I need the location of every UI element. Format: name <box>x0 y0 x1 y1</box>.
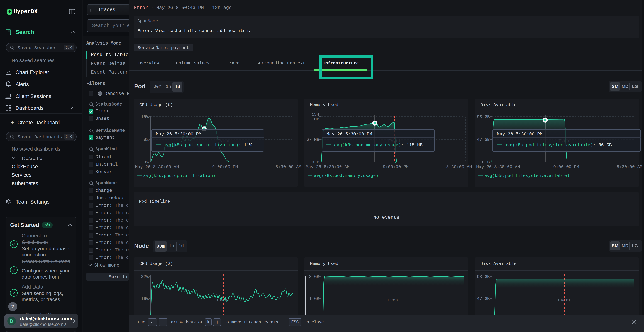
svg-text:9:00:00 PM: 9:00:00 PM <box>553 164 579 170</box>
svg-text:8%: 8% <box>144 137 149 142</box>
svg-text:8:30:00 AM: 8:30:00 AM <box>617 164 642 170</box>
svg-text:avg(k8s.pod.cpu.utilization): avg(k8s.pod.cpu.utilization) <box>143 173 216 178</box>
svg-text:134: 134 <box>312 112 319 117</box>
svg-text:avg(k8s.pod.memory.usage): avg(k8s.pod.memory.usage) <box>314 173 378 178</box>
svg-text:May 26 5:30:00 PM: May 26 5:30:00 PM <box>156 132 202 137</box>
svg-text:avg(k8s.pod.cpu.utilization):: avg(k8s.pod.cpu.utilization): 11% <box>163 142 252 148</box>
svg-text:47 GB: 47 GB <box>477 296 490 301</box>
svg-text:May 26 8:30:00 AM: May 26 8:30:00 AM <box>476 164 520 170</box>
svg-text:0%: 0% <box>144 160 149 165</box>
svg-text:3 GB: 3 GB <box>309 274 319 279</box>
svg-text:93 GB: 93 GB <box>477 114 490 119</box>
svg-text:avg(k8s.pod.filesystem.availab: avg(k8s.pod.filesystem.available): 86 GB <box>504 142 612 148</box>
svg-text:May 26 8:30:00 AM: May 26 8:30:00 AM <box>135 164 179 170</box>
svg-text:67 MB: 67 MB <box>306 137 319 142</box>
svg-text:1 GB: 1 GB <box>309 296 319 301</box>
svg-text:47 GB: 47 GB <box>477 137 490 142</box>
svg-text:avg(k8s.pod.filesystem.availab: avg(k8s.pod.filesystem.available) <box>484 173 570 178</box>
svg-text:8:30:00 AM: 8:30:00 AM <box>446 164 472 170</box>
svg-text:May 26 5:30:00 PM: May 26 5:30:00 PM <box>497 132 542 137</box>
svg-text:avg(k8s.pod.memory.usage): 115: avg(k8s.pod.memory.usage): 115 MB <box>334 142 422 148</box>
svg-text:16%: 16% <box>141 114 149 119</box>
svg-text:8:30:00 AM: 8:30:00 AM <box>276 164 301 170</box>
svg-text:9:00:00 PM: 9:00:00 PM <box>212 164 238 170</box>
svg-text:MB: MB <box>314 117 319 122</box>
svg-text:May 26 8:30:00 AM: May 26 8:30:00 AM <box>306 164 350 170</box>
svg-text:0 B: 0 B <box>312 160 319 165</box>
svg-text:0 B: 0 B <box>482 160 490 165</box>
svg-text:May 26 5:30:00 PM: May 26 5:30:00 PM <box>326 132 372 137</box>
svg-text:16%: 16% <box>141 296 149 301</box>
svg-text:93 GB: 93 GB <box>477 274 490 279</box>
svg-text:32%: 32% <box>141 274 149 279</box>
svg-text:9:00:00 PM: 9:00:00 PM <box>383 164 408 170</box>
